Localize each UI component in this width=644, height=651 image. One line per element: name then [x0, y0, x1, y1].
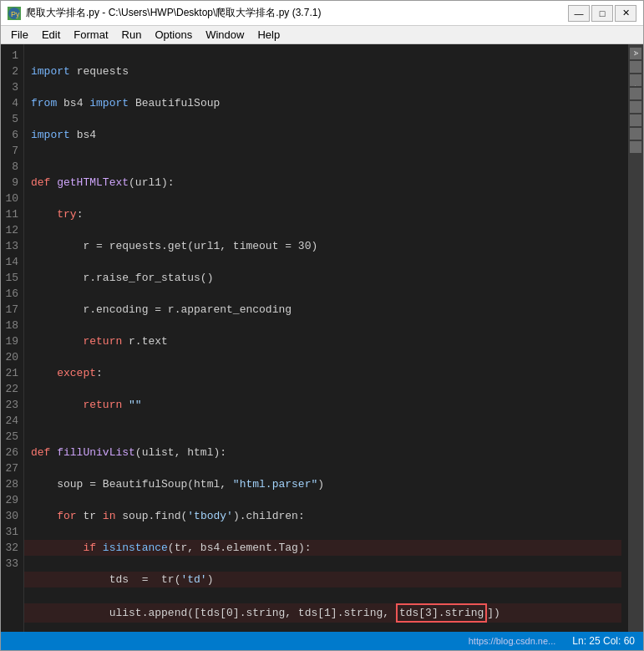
- svg-text:Py: Py: [11, 10, 20, 18]
- cursor-position: Ln: 25 Col: 60: [572, 635, 635, 647]
- sidebar-item-3[interactable]: 拒: [630, 74, 641, 86]
- status-url: https://blog.csdn.ne...: [469, 636, 556, 646]
- sidebar-item-7[interactable]: 排: [630, 128, 641, 140]
- right-sidebar: A 遍 拒 排 大 中 排 结: [628, 44, 643, 632]
- code-editor[interactable]: import requests from bs4 import Beautifu…: [24, 44, 628, 632]
- menu-format[interactable]: Format: [67, 27, 114, 43]
- menu-window[interactable]: Window: [199, 27, 251, 43]
- menu-file[interactable]: File: [4, 27, 35, 43]
- maximize-button[interactable]: □: [591, 5, 613, 22]
- sidebar-item-2[interactable]: 遍: [630, 61, 641, 73]
- window-title: 爬取大学排名.py - C:\Users\HWP\Desktop\爬取大学排名.…: [26, 6, 321, 20]
- minimize-button[interactable]: —: [568, 5, 590, 22]
- line-numbers: 12345 678910 1112131415 1617181920 21222…: [1, 44, 24, 632]
- menu-options[interactable]: Options: [148, 27, 199, 43]
- sidebar-item-8[interactable]: 结: [630, 141, 641, 153]
- main-window: Py 爬取大学排名.py - C:\Users\HWP\Desktop\爬取大学…: [0, 0, 644, 651]
- menu-run[interactable]: Run: [115, 27, 149, 43]
- status-bar: https://blog.csdn.ne... Ln: 25 Col: 60: [1, 632, 643, 650]
- sidebar-item-1[interactable]: A: [630, 48, 641, 59]
- sidebar-item-6[interactable]: 中: [630, 114, 641, 126]
- editor-area: 12345 678910 1112131415 1617181920 21222…: [1, 44, 643, 632]
- python-icon: Py: [8, 7, 21, 20]
- title-bar-left: Py 爬取大学排名.py - C:\Users\HWP\Desktop\爬取大学…: [8, 6, 321, 20]
- title-bar: Py 爬取大学排名.py - C:\Users\HWP\Desktop\爬取大学…: [1, 1, 643, 26]
- menu-edit[interactable]: Edit: [35, 27, 67, 43]
- menu-bar: File Edit Format Run Options Window Help: [1, 26, 643, 44]
- close-button[interactable]: ✕: [615, 5, 636, 22]
- window-controls: — □ ✕: [568, 5, 636, 22]
- sidebar-item-5[interactable]: 大: [630, 101, 641, 113]
- menu-help[interactable]: Help: [251, 27, 287, 43]
- sidebar-item-4[interactable]: 排: [630, 88, 641, 99]
